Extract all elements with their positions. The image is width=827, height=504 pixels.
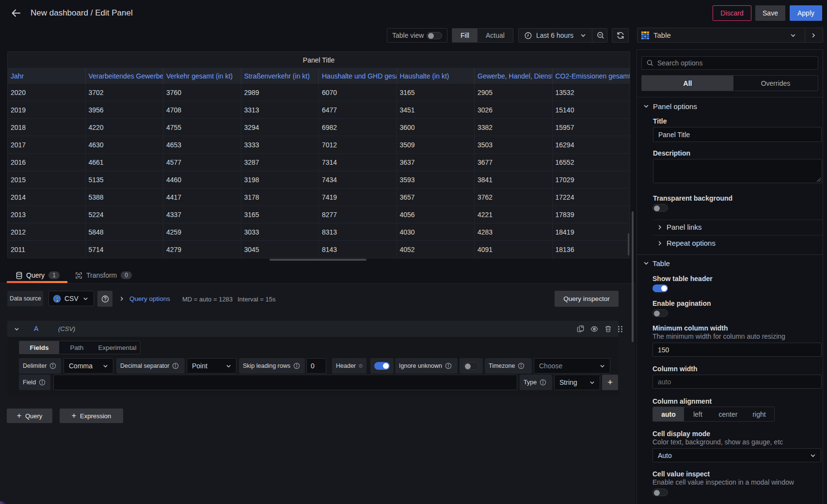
svg-text:;: ; (56, 295, 58, 302)
